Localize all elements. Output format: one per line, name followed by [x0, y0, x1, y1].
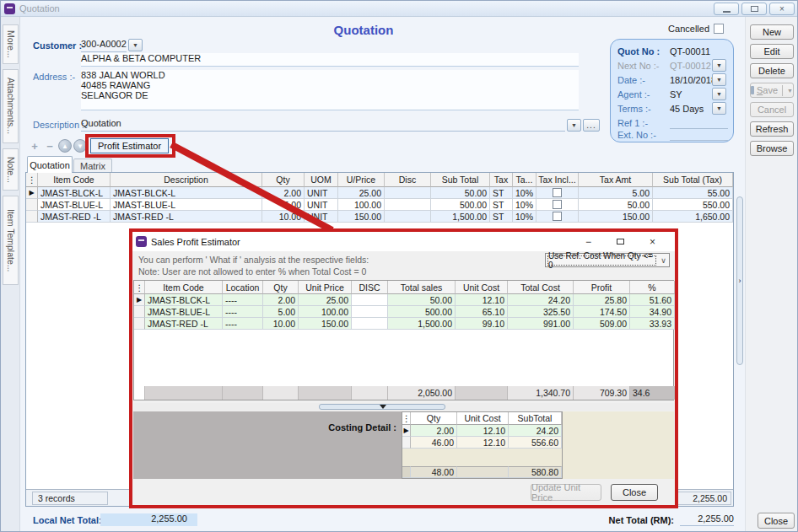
sidebar-tab-item-template[interactable]: Item Template... [3, 196, 19, 285]
cell-profit[interactable]: 174.50 [574, 306, 630, 318]
cell-profit-pct[interactable]: 51.60 [630, 294, 675, 306]
edit-button[interactable]: Edit [750, 44, 794, 59]
panel-expander[interactable]: › [736, 196, 743, 365]
terms-combo-button[interactable]: ▼ [712, 102, 726, 115]
date-combo-button[interactable]: ▼ [712, 73, 726, 86]
cell-location[interactable]: ---- [223, 306, 263, 318]
customer-combo-button[interactable]: ▼ [128, 39, 143, 51]
cell-total-sales[interactable]: 500.00 [388, 306, 456, 318]
cell-tax-amt[interactable]: 50.00 [579, 199, 653, 211]
tax-incl-checkbox[interactable] [553, 212, 562, 221]
remove-row-button[interactable]: − [43, 139, 57, 153]
cell-unit-cost[interactable]: 65.10 [456, 306, 508, 318]
restore-button[interactable] [741, 3, 767, 15]
cell-tax-incl[interactable] [536, 211, 579, 223]
cell-subtotal-tax[interactable]: 55.00 [653, 187, 733, 199]
cell-description[interactable]: JMAST-RED -L [111, 211, 262, 223]
cell-location[interactable]: ---- [223, 318, 263, 330]
cell-unit-cost[interactable]: 12.10 [457, 437, 509, 449]
tab-quotation[interactable]: Quotation [27, 156, 73, 173]
refresh-button[interactable]: Refresh [750, 121, 794, 137]
col-subtotal-tax[interactable]: Sub Total (Tax) [653, 173, 733, 187]
col-location[interactable]: Location [223, 281, 263, 294]
cell-qty[interactable]: 2.00 [411, 425, 457, 437]
cell-subtotal-tax[interactable]: 550.00 [653, 199, 733, 211]
ext-no-field[interactable] [670, 129, 728, 141]
cell-tax-rate[interactable]: 10% [513, 199, 536, 211]
table-row[interactable]: ▶ 2.00 12.10 24.20 [402, 425, 562, 437]
customer-name-field[interactable]: ALPHA & BETA COMPUTER [81, 53, 579, 67]
table-row[interactable]: 46.00 12.10 556.60 [402, 437, 562, 449]
dialog-close-button-footer[interactable]: Close [611, 484, 658, 501]
cell-qty[interactable]: 46.00 [411, 437, 457, 449]
cell-tax-incl[interactable] [536, 199, 579, 211]
cell-qty[interactable]: 10.00 [263, 318, 299, 330]
ref1-field[interactable] [670, 117, 728, 129]
cell-disc[interactable] [385, 187, 431, 199]
col-item-code[interactable]: Item Code [145, 281, 223, 294]
cell-subtotal[interactable]: 50.00 [431, 187, 490, 199]
cell-uprice[interactable]: 100.00 [338, 199, 385, 211]
cell-disc[interactable] [385, 211, 431, 223]
cell-unit-price[interactable]: 25.00 [299, 294, 352, 306]
cell-unit-cost[interactable]: 99.10 [456, 318, 508, 330]
col-qty[interactable]: Qty [262, 173, 305, 187]
cancel-button[interactable]: Cancel [750, 102, 794, 117]
cell-description[interactable]: JMAST-BLUE-L [111, 199, 262, 211]
description-field[interactable]: Quotation [81, 118, 565, 132]
dialog-splitter[interactable] [133, 403, 674, 411]
col-tax-incl[interactable]: Tax Incl... [536, 173, 579, 187]
cell-disc[interactable] [352, 306, 388, 318]
agent-combo-button[interactable]: ▼ [712, 88, 726, 100]
cell-qty[interactable]: 2.00 [263, 294, 299, 306]
cell-uprice[interactable]: 150.00 [338, 211, 385, 223]
tax-incl-checkbox[interactable] [553, 188, 562, 197]
ref-cost-dropdown[interactable]: Use Ref. Cost When Qty <= 0 ∨ [545, 253, 670, 267]
col-unit-price[interactable]: Unit Price [299, 281, 352, 294]
cell-subtotal-tax[interactable]: 1,650.00 [653, 211, 733, 223]
cell-item-code[interactable]: JMAST-BLUE-L [38, 199, 111, 211]
cell-disc[interactable] [352, 294, 388, 306]
cell-total-cost[interactable]: 325.50 [508, 306, 574, 318]
address-field[interactable]: 838 JALAN WORLD 40485 RAWANG SELANGOR DE [81, 70, 579, 110]
cell-tax[interactable]: ST [490, 187, 513, 199]
tax-incl-checkbox[interactable] [553, 200, 562, 209]
description-combo-button[interactable]: ▼ [567, 119, 581, 132]
cell-uprice[interactable]: 25.00 [338, 187, 385, 199]
col-tax-amt[interactable]: Tax Amt [579, 173, 653, 187]
table-row[interactable]: JMAST-RED -L JMAST-RED -L 10.00 UNIT 150… [26, 211, 733, 223]
col-tax[interactable]: Tax [490, 173, 513, 187]
col-uprice[interactable]: U/Price [338, 173, 385, 187]
cancelled-checkbox[interactable] [714, 24, 724, 34]
delete-button[interactable]: Delete [750, 63, 794, 78]
add-row-button[interactable]: + [28, 139, 41, 153]
cell-qty[interactable]: 5.00 [263, 306, 299, 318]
cell-tax[interactable]: ST [490, 199, 513, 211]
cell-item-code[interactable]: JMAST-RED -L [38, 211, 111, 223]
cell-item-code[interactable]: JMAST-BLCK-L [38, 187, 111, 199]
cell-item-code[interactable]: JMAST-BLUE-L [145, 306, 223, 318]
new-button[interactable]: New [750, 24, 794, 40]
col-qty[interactable]: Qty [411, 412, 457, 425]
cell-item-code[interactable]: JMAST-BLCK-L [145, 294, 223, 306]
description-ellipsis-button[interactable]: ... [583, 119, 600, 132]
cell-tax-amt[interactable]: 150.00 [579, 211, 653, 223]
cell-profit[interactable]: 509.00 [574, 318, 630, 330]
sidebar-tab-attachments[interactable]: Attachments... [3, 69, 19, 143]
close-form-button[interactable]: Close [758, 513, 795, 529]
col-unit-cost[interactable]: Unit Cost [456, 281, 508, 294]
cell-profit[interactable]: 25.80 [574, 294, 630, 306]
cell-total-sales[interactable]: 50.00 [388, 294, 456, 306]
tab-matrix[interactable]: Matrix [73, 159, 112, 173]
cell-tax-amt[interactable]: 5.00 [579, 187, 653, 199]
cell-total-cost[interactable]: 24.20 [508, 294, 574, 306]
col-tax-rate[interactable]: Ta... [513, 173, 536, 187]
sidebar-tab-more[interactable]: More... [3, 24, 19, 64]
cell-disc[interactable] [385, 199, 431, 211]
col-uom[interactable]: UOM [305, 173, 338, 187]
next-no-combo-button[interactable]: ▼ [712, 59, 726, 72]
cell-description[interactable]: JMAST-BLCK-L [111, 187, 262, 199]
dialog-minimize-button[interactable]: − [581, 234, 596, 249]
cell-tax-rate[interactable]: 10% [513, 187, 536, 199]
col-profit-pct[interactable]: % [630, 281, 675, 294]
